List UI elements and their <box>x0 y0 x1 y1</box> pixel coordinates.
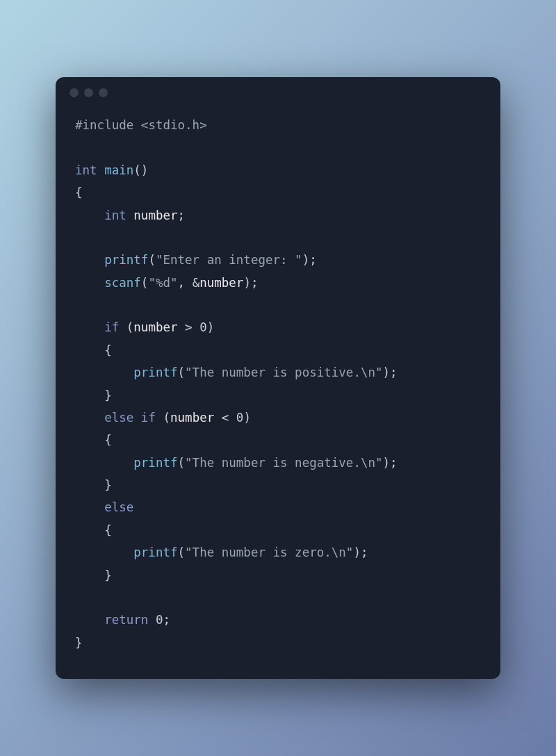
code-token: < <box>214 411 236 425</box>
code-token: ; <box>178 208 186 222</box>
code-token: ) <box>243 411 251 425</box>
code-token <box>75 568 104 582</box>
code-token <box>75 276 104 290</box>
code-token <box>133 411 141 425</box>
code-token: { <box>104 343 112 357</box>
code-token: number <box>133 208 177 222</box>
code-token: ) <box>302 253 310 267</box>
minimize-icon[interactable] <box>84 88 93 97</box>
code-token: { <box>104 433 112 447</box>
code-token: ( <box>178 365 186 379</box>
code-token: 0 <box>156 613 163 627</box>
code-token: } <box>104 478 112 492</box>
code-token <box>75 320 104 334</box>
code-token <box>148 613 156 627</box>
code-token <box>126 208 134 222</box>
code-token: ) <box>243 276 251 290</box>
code-token <box>133 118 141 132</box>
maximize-icon[interactable] <box>99 88 108 97</box>
code-token: number <box>170 411 214 425</box>
code-token <box>75 253 104 267</box>
code-token: ; <box>309 253 317 267</box>
code-token: 0 <box>236 411 244 425</box>
code-token <box>75 545 133 559</box>
code-token: else <box>104 500 133 514</box>
code-token <box>75 456 133 470</box>
code-token: "The number is zero.\n" <box>185 545 353 559</box>
code-token: ) <box>353 545 361 559</box>
code-block[interactable]: #include <stdio.h> int main() { int numb… <box>75 114 481 654</box>
code-window: #include <stdio.h> int main() { int numb… <box>56 77 500 679</box>
code-token: ) <box>383 365 391 379</box>
code-token <box>75 208 104 222</box>
code-token: { <box>75 186 83 199</box>
code-token: ) <box>207 320 215 334</box>
code-token: ) <box>383 456 391 470</box>
code-token: scanf <box>104 276 141 290</box>
code-token <box>75 365 133 379</box>
code-token: return <box>104 613 148 627</box>
code-token: "The number is negative.\n" <box>185 456 382 470</box>
code-token: printf <box>133 456 177 470</box>
code-token: number <box>133 320 177 334</box>
code-token: 0 <box>199 320 207 334</box>
code-container: #include <stdio.h> int main() { int numb… <box>56 103 500 679</box>
code-token <box>119 320 126 334</box>
code-token: ( <box>148 253 156 267</box>
code-token: } <box>75 636 83 650</box>
code-token: ; <box>163 613 170 627</box>
code-token <box>75 613 104 627</box>
code-token <box>75 433 104 447</box>
code-token: else <box>104 411 133 425</box>
code-token: "The number is positive.\n" <box>185 365 382 379</box>
code-token: printf <box>104 253 148 267</box>
code-token <box>75 343 104 357</box>
code-token: ; <box>361 545 368 559</box>
close-icon[interactable] <box>70 88 79 97</box>
code-token: } <box>104 568 112 582</box>
code-token: main <box>104 163 133 177</box>
code-token: ( <box>163 411 170 425</box>
code-token: } <box>104 388 112 402</box>
code-token: number <box>199 276 243 290</box>
code-token <box>97 163 105 177</box>
code-token: "Enter an integer: " <box>156 253 302 267</box>
code-token <box>75 478 104 492</box>
code-token <box>75 523 104 537</box>
code-token: ( <box>126 320 134 334</box>
code-token <box>75 411 104 425</box>
code-token: () <box>133 163 148 177</box>
code-token: printf <box>133 365 177 379</box>
code-token: int <box>75 163 97 177</box>
code-token: if <box>141 411 156 425</box>
code-token: , <box>178 276 193 290</box>
code-token: #include <box>75 118 133 132</box>
code-token <box>156 411 163 425</box>
code-token: ( <box>178 545 186 559</box>
code-token: "%d" <box>148 276 177 290</box>
code-token: ( <box>178 456 186 470</box>
code-token: printf <box>133 545 177 559</box>
code-token <box>75 500 104 514</box>
code-token: { <box>104 523 112 537</box>
code-token <box>75 388 104 402</box>
code-token: ; <box>390 365 398 379</box>
window-titlebar <box>56 77 500 103</box>
code-token: > <box>178 320 200 334</box>
code-token: & <box>193 276 200 290</box>
code-token: ; <box>251 276 259 290</box>
code-token: ; <box>390 456 398 470</box>
code-token: ( <box>141 276 149 290</box>
code-token: int <box>104 208 126 222</box>
code-token: <stdio.h> <box>141 118 207 132</box>
code-token: if <box>104 320 119 334</box>
